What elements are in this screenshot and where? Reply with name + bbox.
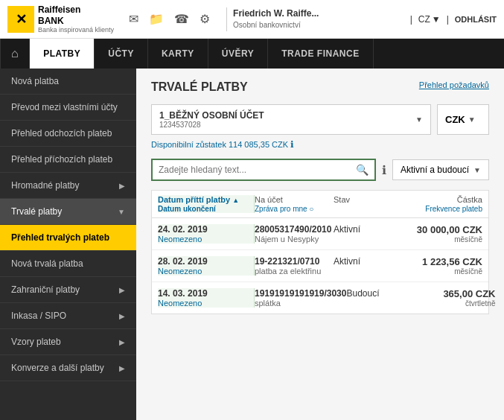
account-value-3: 19191919191919/3030 [255,288,346,299]
sidebar-item-konverze[interactable]: Konverze a další platby ▶ [0,355,136,381]
sidebar-nova-platba-label: Nová platba [11,76,59,86]
header-divider [226,7,227,31]
nav-platby[interactable]: PLATBY [30,39,95,69]
sidebar-item-inkasa[interactable]: Inkasa / SIPO ▶ [0,303,136,329]
logo-box: ✕ Raiffeisen BANK Banka inspirovaná klie… [7,4,114,34]
table-row[interactable]: 14. 03. 2019 Neomezeno 19191919191919/30… [152,282,488,314]
filter-dropdown[interactable]: Aktivní a budoucí ▼ [392,159,489,180]
nav-ucty-label: ÚČTY [108,48,134,59]
home-icon: ⌂ [11,47,19,60]
cell-status-3: Budoucí [346,288,406,299]
unlimited-value-2: Neomezeno [158,267,248,276]
cell-amount-2: 1 223,56 CZK měsíčně [393,256,482,276]
nav-karty[interactable]: KARTY [148,39,208,69]
th-amount-label: Částka [457,195,482,204]
search-input[interactable] [159,165,356,175]
sidebar-prehled-trvale-label: Přehled trvalých plateb [11,232,109,243]
folder-icon[interactable]: 📁 [149,12,164,26]
currency-dropdown-arrow: ▼ [468,115,476,124]
sidebar-trvale-arrow: ▼ [118,208,125,216]
account-value-1: 28005317490/2010 [255,224,334,235]
header-user: Friedrich W. Raiffe... Osobní bankovnict… [233,7,410,31]
sidebar-item-zahranicni[interactable]: Zahraniční platby ▶ [0,277,136,303]
amount-value-2: 1 223,56 CZK [393,256,482,267]
logout-button[interactable]: ODHLÁSIT [455,15,497,24]
nav-uvery[interactable]: ÚVĚRY [208,39,268,69]
top-header: ✕ Raiffeisen BANK Banka inspirovaná klie… [0,0,504,39]
sidebar-item-nova-platba[interactable]: Nová platba [0,69,136,95]
cell-account-1: 28005317490/2010 Nájem u Nesypky [255,224,334,244]
nav-ucty[interactable]: ÚČTY [95,39,148,69]
currency-dropdown[interactable]: CZK ▼ [437,104,489,135]
user-role: Osobní bankovnictví [233,20,410,31]
sidebar-hromadne-arrow: ▶ [119,182,125,190]
prehled-pozadavku-link[interactable]: Přehled požadavků [419,80,489,89]
logo-area: ✕ Raiffeisen BANK Banka inspirovaná klie… [7,4,114,34]
sidebar-item-hromadne[interactable]: Hromadné platby ▶ [0,173,136,199]
nav-karty-label: KARTY [162,48,194,59]
sidebar-item-nova-trvala[interactable]: Nová trvalá platba [0,251,136,277]
filter-dropdown-arrow: ▼ [473,166,481,174]
sidebar-konverze-arrow: ▶ [119,364,125,372]
sidebar-nova-trvala-label: Nová trvalá platba [11,258,83,269]
sidebar-inkasa-label: Inkasa / SIPO [11,311,66,321]
th-amount[interactable]: Částka Frekvence plateb [393,195,482,213]
language-selector[interactable]: CZ ▼ [418,14,441,25]
user-name: Friedrich W. Raiffe... [233,7,410,20]
sidebar-item-prehled-trvale[interactable]: Přehled trvalých plateb [0,225,136,251]
cell-date-2: 28. 02. 2019 Neomezeno [158,256,255,276]
nav-trade-finance[interactable]: TRADE FINANCE [268,39,374,69]
search-icon[interactable]: 🔍 [356,164,369,176]
sidebar-item-prevod[interactable]: Převod mezi vlastními účty [0,95,136,121]
cell-date-3: 14. 03. 2019 Neomezeno [158,288,255,308]
nav-home[interactable]: ⌂ [0,39,30,69]
desc-value-3: splátka [255,299,346,308]
sidebar-item-vzory[interactable]: Vzory plateb ▶ [0,329,136,355]
cell-amount-1: 30 000,00 CZK měsíčně [393,224,482,244]
unlimited-value-3: Neomezeno [158,299,248,308]
balance-label: Disponibilní zůstatek [151,140,226,149]
freq-value-1: měsíčně [393,235,482,244]
mail-icon[interactable]: ✉ [129,12,138,26]
cell-status-2: Aktivní [334,256,393,267]
settings-icon[interactable]: ⚙ [200,12,210,26]
sidebar-item-prehled-odchozich[interactable]: Přehled odchozích plateb [0,121,136,147]
account-dropdown[interactable]: 1_BĚŽNÝ OSOBNÍ ÚČET 1234537028 ▼ [151,104,431,135]
th-status[interactable]: Stav [334,195,393,213]
balance-text: Disponibilní zůstatek 114 085,35 CZK ℹ [151,139,489,150]
table-row[interactable]: 24. 02. 2019 Neomezeno 28005317490/2010 … [152,218,488,250]
phone-icon[interactable]: ☎ [174,12,189,26]
content-area: TRVALÉ PLATBY Přehled požadavků 1_BĚŽNÝ … [136,69,504,420]
cell-account-3: 19191919191919/3030 splátka [255,288,346,308]
sidebar-trvale-label: Trvalé platby [11,206,62,217]
nav-trade-finance-label: TRADE FINANCE [281,48,360,59]
logo-line1: Raiffeisen [38,4,114,15]
logo-line2: BANK [38,16,114,26]
date-value-3: 14. 03. 2019 [158,288,248,299]
balance-info-icon[interactable]: ℹ [290,139,294,150]
raiffeisen-logo-icon: ✕ [7,6,34,33]
balance-value: 114 085,35 CZK [229,140,288,149]
table-row[interactable]: 28. 02. 2019 Neomezeno 19-221321/0710 pl… [152,250,488,282]
payments-table: Datum příttí platby ▲ Datum ukončení Na … [151,190,489,314]
logo-text-area: Raiffeisen BANK Banka inspirovaná klient… [38,4,114,34]
logo-subtext: Banka inspirovaná klienty [38,26,114,34]
sidebar-vzory-label: Vzory plateb [11,337,61,347]
sidebar-item-prehled-prichozich[interactable]: Přehled příchozích plateb [0,147,136,173]
nav-platby-label: PLATBY [43,48,80,59]
sidebar-hromadne-label: Hromadné platby [11,180,79,191]
th-account-sub: Zpráva pro mne ○ [255,205,313,213]
lang-arrow: ▼ [432,14,441,25]
sidebar-item-trvale[interactable]: Trvalé platby ▼ [0,199,136,225]
currency-label: CZK [445,114,465,125]
sidebar-prevod-label: Převod mezi vlastními účty [11,102,118,112]
th-date[interactable]: Datum příttí platby ▲ Datum ukončení [158,195,255,213]
th-date-sub: Datum ukončení [158,205,216,213]
account-select-inner: 1_BĚŽNÝ OSOBNÍ ÚČET 1234537028 [159,110,264,129]
header-icons: ✉ 📁 ☎ ⚙ [129,12,210,26]
th-account[interactable]: Na účet Zpráva pro mne ○ [255,195,334,213]
search-row: 🔍 ℹ Aktivní a budoucí ▼ [151,159,489,181]
amount-value-1: 30 000,00 CZK [393,224,482,235]
search-help-icon[interactable]: ℹ [382,163,386,177]
sidebar-zahranicni-arrow: ▶ [119,286,125,294]
